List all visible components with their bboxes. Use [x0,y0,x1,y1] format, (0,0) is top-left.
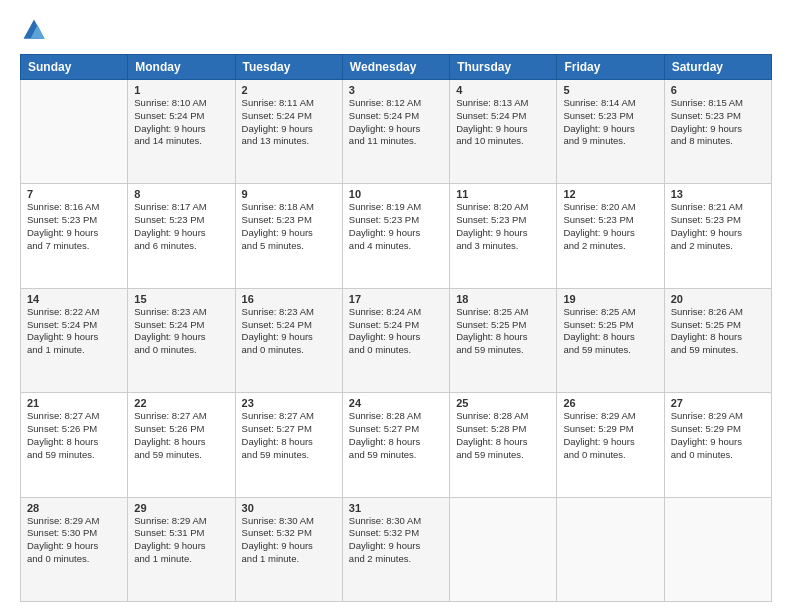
day-number: 13 [671,188,765,200]
day-info: Sunrise: 8:16 AM Sunset: 5:23 PM Dayligh… [27,201,121,252]
day-number: 3 [349,84,443,96]
calendar-week-row: 7Sunrise: 8:16 AM Sunset: 5:23 PM Daylig… [21,184,772,288]
day-number: 30 [242,502,336,514]
calendar-week-row: 21Sunrise: 8:27 AM Sunset: 5:26 PM Dayli… [21,393,772,497]
weekday-header: Saturday [664,55,771,80]
calendar-cell: 9Sunrise: 8:18 AM Sunset: 5:23 PM Daylig… [235,184,342,288]
weekday-header: Thursday [450,55,557,80]
day-number: 21 [27,397,121,409]
day-info: Sunrise: 8:28 AM Sunset: 5:28 PM Dayligh… [456,410,550,461]
calendar-header-row: SundayMondayTuesdayWednesdayThursdayFrid… [21,55,772,80]
day-info: Sunrise: 8:22 AM Sunset: 5:24 PM Dayligh… [27,306,121,357]
calendar-cell: 8Sunrise: 8:17 AM Sunset: 5:23 PM Daylig… [128,184,235,288]
day-info: Sunrise: 8:11 AM Sunset: 5:24 PM Dayligh… [242,97,336,148]
calendar-cell: 6Sunrise: 8:15 AM Sunset: 5:23 PM Daylig… [664,80,771,184]
day-info: Sunrise: 8:29 AM Sunset: 5:30 PM Dayligh… [27,515,121,566]
day-number: 29 [134,502,228,514]
calendar-week-row: 1Sunrise: 8:10 AM Sunset: 5:24 PM Daylig… [21,80,772,184]
weekday-header: Wednesday [342,55,449,80]
day-number: 14 [27,293,121,305]
calendar-cell [664,497,771,601]
weekday-header: Tuesday [235,55,342,80]
calendar-cell: 17Sunrise: 8:24 AM Sunset: 5:24 PM Dayli… [342,288,449,392]
day-number: 20 [671,293,765,305]
day-number: 16 [242,293,336,305]
day-number: 8 [134,188,228,200]
day-info: Sunrise: 8:23 AM Sunset: 5:24 PM Dayligh… [242,306,336,357]
day-number: 4 [456,84,550,96]
header [20,16,772,44]
day-number: 26 [563,397,657,409]
calendar-cell: 19Sunrise: 8:25 AM Sunset: 5:25 PM Dayli… [557,288,664,392]
page: SundayMondayTuesdayWednesdayThursdayFrid… [0,0,792,612]
day-info: Sunrise: 8:29 AM Sunset: 5:29 PM Dayligh… [563,410,657,461]
calendar-cell: 13Sunrise: 8:21 AM Sunset: 5:23 PM Dayli… [664,184,771,288]
day-info: Sunrise: 8:18 AM Sunset: 5:23 PM Dayligh… [242,201,336,252]
day-number: 24 [349,397,443,409]
day-info: Sunrise: 8:10 AM Sunset: 5:24 PM Dayligh… [134,97,228,148]
day-number: 6 [671,84,765,96]
day-info: Sunrise: 8:30 AM Sunset: 5:32 PM Dayligh… [242,515,336,566]
day-info: Sunrise: 8:24 AM Sunset: 5:24 PM Dayligh… [349,306,443,357]
day-info: Sunrise: 8:26 AM Sunset: 5:25 PM Dayligh… [671,306,765,357]
calendar-cell [21,80,128,184]
day-info: Sunrise: 8:30 AM Sunset: 5:32 PM Dayligh… [349,515,443,566]
day-number: 23 [242,397,336,409]
day-number: 27 [671,397,765,409]
calendar-cell: 1Sunrise: 8:10 AM Sunset: 5:24 PM Daylig… [128,80,235,184]
calendar-cell: 10Sunrise: 8:19 AM Sunset: 5:23 PM Dayli… [342,184,449,288]
day-info: Sunrise: 8:12 AM Sunset: 5:24 PM Dayligh… [349,97,443,148]
calendar-cell [450,497,557,601]
day-number: 9 [242,188,336,200]
calendar-cell: 28Sunrise: 8:29 AM Sunset: 5:30 PM Dayli… [21,497,128,601]
day-info: Sunrise: 8:14 AM Sunset: 5:23 PM Dayligh… [563,97,657,148]
day-info: Sunrise: 8:29 AM Sunset: 5:29 PM Dayligh… [671,410,765,461]
calendar-cell: 20Sunrise: 8:26 AM Sunset: 5:25 PM Dayli… [664,288,771,392]
calendar-cell: 11Sunrise: 8:20 AM Sunset: 5:23 PM Dayli… [450,184,557,288]
day-number: 1 [134,84,228,96]
calendar-cell: 2Sunrise: 8:11 AM Sunset: 5:24 PM Daylig… [235,80,342,184]
day-info: Sunrise: 8:27 AM Sunset: 5:27 PM Dayligh… [242,410,336,461]
calendar-cell: 22Sunrise: 8:27 AM Sunset: 5:26 PM Dayli… [128,393,235,497]
day-info: Sunrise: 8:13 AM Sunset: 5:24 PM Dayligh… [456,97,550,148]
day-number: 2 [242,84,336,96]
calendar-cell: 25Sunrise: 8:28 AM Sunset: 5:28 PM Dayli… [450,393,557,497]
day-info: Sunrise: 8:19 AM Sunset: 5:23 PM Dayligh… [349,201,443,252]
day-number: 19 [563,293,657,305]
day-number: 15 [134,293,228,305]
day-number: 25 [456,397,550,409]
day-number: 12 [563,188,657,200]
calendar-cell [557,497,664,601]
day-info: Sunrise: 8:27 AM Sunset: 5:26 PM Dayligh… [27,410,121,461]
day-number: 7 [27,188,121,200]
calendar-cell: 16Sunrise: 8:23 AM Sunset: 5:24 PM Dayli… [235,288,342,392]
calendar-cell: 30Sunrise: 8:30 AM Sunset: 5:32 PM Dayli… [235,497,342,601]
calendar-cell: 26Sunrise: 8:29 AM Sunset: 5:29 PM Dayli… [557,393,664,497]
calendar-cell: 27Sunrise: 8:29 AM Sunset: 5:29 PM Dayli… [664,393,771,497]
calendar-cell: 15Sunrise: 8:23 AM Sunset: 5:24 PM Dayli… [128,288,235,392]
weekday-header: Monday [128,55,235,80]
day-number: 17 [349,293,443,305]
calendar-week-row: 14Sunrise: 8:22 AM Sunset: 5:24 PM Dayli… [21,288,772,392]
calendar-cell: 5Sunrise: 8:14 AM Sunset: 5:23 PM Daylig… [557,80,664,184]
day-info: Sunrise: 8:21 AM Sunset: 5:23 PM Dayligh… [671,201,765,252]
day-info: Sunrise: 8:17 AM Sunset: 5:23 PM Dayligh… [134,201,228,252]
day-info: Sunrise: 8:29 AM Sunset: 5:31 PM Dayligh… [134,515,228,566]
day-number: 28 [27,502,121,514]
logo-icon [20,16,48,44]
logo [20,16,52,44]
day-info: Sunrise: 8:25 AM Sunset: 5:25 PM Dayligh… [456,306,550,357]
day-info: Sunrise: 8:27 AM Sunset: 5:26 PM Dayligh… [134,410,228,461]
day-info: Sunrise: 8:23 AM Sunset: 5:24 PM Dayligh… [134,306,228,357]
calendar-week-row: 28Sunrise: 8:29 AM Sunset: 5:30 PM Dayli… [21,497,772,601]
calendar: SundayMondayTuesdayWednesdayThursdayFrid… [20,54,772,602]
day-info: Sunrise: 8:20 AM Sunset: 5:23 PM Dayligh… [456,201,550,252]
calendar-cell: 31Sunrise: 8:30 AM Sunset: 5:32 PM Dayli… [342,497,449,601]
calendar-cell: 21Sunrise: 8:27 AM Sunset: 5:26 PM Dayli… [21,393,128,497]
day-number: 11 [456,188,550,200]
day-number: 22 [134,397,228,409]
weekday-header: Sunday [21,55,128,80]
day-info: Sunrise: 8:15 AM Sunset: 5:23 PM Dayligh… [671,97,765,148]
day-number: 18 [456,293,550,305]
calendar-cell: 23Sunrise: 8:27 AM Sunset: 5:27 PM Dayli… [235,393,342,497]
